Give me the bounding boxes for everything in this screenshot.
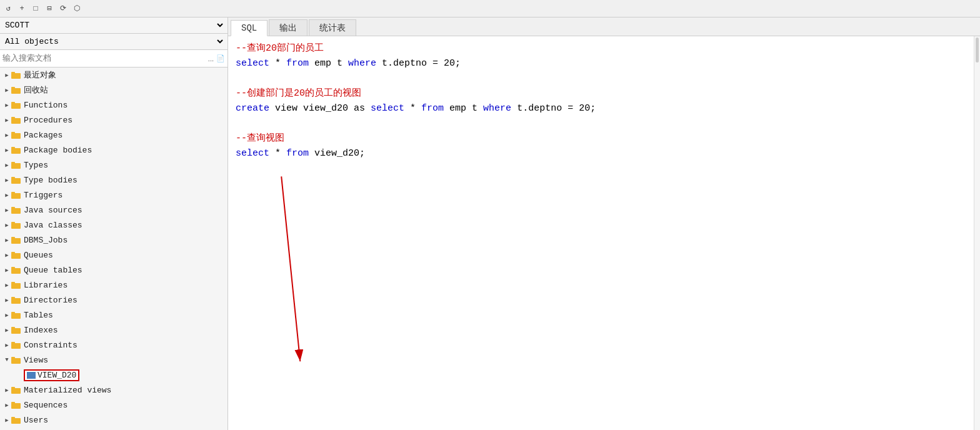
svg-rect-3 [11,87,15,89]
folder-icon [11,310,21,320]
svg-rect-17 [11,192,15,194]
svg-rect-8 [11,133,21,139]
svg-rect-39 [11,357,15,359]
folder-icon [11,280,21,290]
tree-view-item[interactable]: VIEW_D20 [0,368,228,382]
svg-rect-7 [11,117,15,119]
tree-arrow: ▶ [2,296,11,304]
toolbar-icon-hex[interactable]: ⬡ [71,3,82,14]
svg-rect-41 [11,387,15,389]
tree-arrow: ▶ [2,251,11,259]
filter-dropdown[interactable]: All objects [2,36,225,47]
toolbar-icon-minus[interactable]: ⊟ [44,3,55,14]
tree-folder-item[interactable]: ▶ Queue tables [0,262,228,278]
tree-folder-item[interactable]: ▶ Queues [0,248,228,262]
tree-folder-item[interactable]: ▶ Sequences [0,398,228,412]
svg-rect-10 [11,148,21,154]
tree-arrow: ▶ [2,101,11,109]
search-button[interactable]: ... [208,55,214,62]
svg-rect-0 [11,73,21,79]
tree-folder-item[interactable]: ▶ 最近对象 [0,68,228,82]
main-area: SCOTT All objects ... 📄 ▶ 最近对象▶ 回收站▶ Fun… [0,18,980,430]
code-token: from [286,58,309,69]
right-panel: SQL 输出 统计表 --查询20部门的员工select * from emp … [228,18,980,430]
tree-arrow: ▶ [2,221,11,229]
tree-item-label: Triggers [24,191,62,200]
svg-rect-33 [11,312,15,314]
tree-item-label: Constraints [24,341,78,350]
editor-area[interactable]: --查询20部门的员工select * from emp t where t.d… [228,36,974,430]
tree-folder-item[interactable]: ▶ Procedures [0,112,228,128]
svg-rect-19 [11,207,15,209]
tree-folder-item[interactable]: ▶ Materialized views [0,382,228,398]
tree-item-label: Type bodies [24,176,78,185]
svg-rect-45 [11,417,15,419]
svg-rect-11 [11,147,15,149]
tree-folder-item[interactable]: ▶ Indexes [0,322,228,338]
svg-rect-24 [11,253,21,259]
svg-rect-35 [11,327,15,329]
folder-icon [11,355,21,365]
tree-folder-item[interactable]: ▶ DBMS_Jobs [0,232,228,248]
search-icon-btn[interactable]: 📄 [216,54,225,62]
tree-folder-item[interactable]: ▶ 回收站 [0,82,228,98]
folder-icon [11,115,21,125]
tree-folder-item[interactable]: ▶ Java sources [0,202,228,218]
svg-rect-14 [11,178,21,184]
folder-icon [11,250,21,260]
toolbar-icon-window[interactable]: □ [30,3,41,14]
svg-rect-6 [11,118,21,124]
tree-folder-item[interactable]: ▶ Packages [0,128,228,142]
search-input[interactable] [2,54,206,63]
tree-folder-item[interactable]: ▶ Package bodies [0,142,228,158]
tree-folder-item[interactable]: ▶ Tables [0,308,228,322]
svg-rect-22 [11,238,21,244]
tree-item-label: Procedures [24,116,72,125]
tree-arrow: ▶ [2,146,11,154]
tree-item-label: Sequences [24,401,68,410]
code-token: select [236,148,269,159]
svg-rect-26 [11,268,21,274]
schema-selector[interactable]: SCOTT [0,18,228,34]
tree-folder-item[interactable]: ▶ Functions [0,98,228,112]
tab-sql[interactable]: SQL [231,20,268,36]
tree-folder-item[interactable]: ▼ Views [0,352,228,368]
svg-rect-31 [11,297,15,299]
tree-folder-item[interactable]: ▶ Triggers [0,188,228,202]
folder-icon [11,415,21,425]
tree-item-label: Tables [24,311,53,320]
tree-folder-item[interactable]: ▶ Types [0,158,228,172]
tree-area: ▶ 最近对象▶ 回收站▶ Functions▶ Procedures▶ Pack… [0,68,228,430]
tree-folder-item[interactable]: ▶ Directories [0,292,228,308]
view-badge: VIEW_D20 [24,369,79,381]
editor-scrollbar[interactable] [974,36,980,430]
tab-output[interactable]: 输出 [269,19,308,36]
tree-folder-item[interactable]: ▶ Constraints [0,338,228,352]
folder-icon [11,220,21,230]
svg-rect-20 [11,223,21,229]
tree-arrow: ▶ [2,416,11,424]
tree-folder-item[interactable]: ▶ Type bodies [0,172,228,188]
toolbar-icon-back[interactable]: ↺ [2,3,14,14]
folder-icon [11,325,21,335]
svg-rect-43 [11,402,15,404]
schema-dropdown[interactable]: SCOTT [2,20,225,31]
svg-rect-44 [11,418,21,424]
tree-item-label: Indexes [24,326,58,335]
svg-rect-15 [11,177,15,179]
tree-arrow: ▶ [2,341,11,349]
tree-folder-item[interactable]: ▶ Users [0,412,228,428]
filter-selector[interactable]: All objects [0,34,228,50]
tree-folder-item[interactable]: ▶ Libraries [0,278,228,292]
toolbar-icon-refresh[interactable]: ⟳ [58,3,69,14]
toolbar-icon-add[interactable]: + [16,3,28,14]
tree-item-label: Java classes [24,221,82,230]
code-line: --创建部门是20的员工的视图 [236,86,966,101]
tree-folder-item[interactable]: ▶ Java classes [0,218,228,232]
tab-statistics[interactable]: 统计表 [309,19,356,36]
svg-rect-12 [11,163,21,169]
tree-arrow: ▶ [2,266,11,274]
code-token: t.deptno = 20; [376,58,461,69]
code-token: * [404,103,421,114]
svg-rect-27 [11,267,15,269]
